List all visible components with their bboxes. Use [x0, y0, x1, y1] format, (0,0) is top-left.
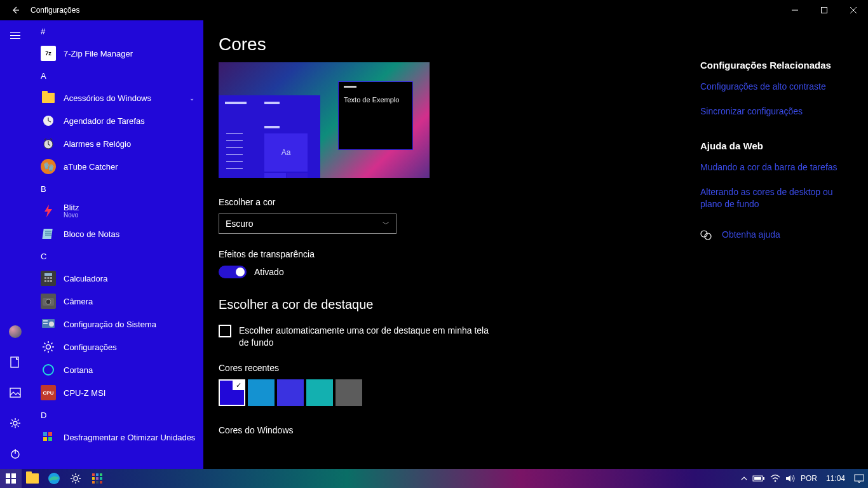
alarm-icon — [41, 136, 56, 151]
window-title: Configurações — [31, 6, 79, 15]
link-high-contrast[interactable]: Configurações de alto contraste — [700, 81, 853, 93]
group-header-d[interactable]: D — [31, 404, 203, 426]
titlebar: Configurações — [0, 0, 868, 20]
hamburger-icon — [10, 32, 20, 39]
color-swatch[interactable]: ✓ — [219, 379, 245, 406]
svg-rect-48 — [855, 475, 864, 481]
auto-accent-label: Escolher automaticamente uma cor de dest… — [239, 325, 493, 349]
rail-documents-button[interactable] — [0, 347, 31, 377]
transparency-toggle[interactable] — [219, 266, 247, 278]
svg-rect-13 — [50, 277, 52, 279]
svg-rect-14 — [44, 280, 46, 282]
color-swatch[interactable] — [248, 379, 275, 406]
svg-point-24 — [43, 365, 53, 375]
battery-icon — [752, 475, 765, 482]
sysconfig-icon — [41, 316, 56, 332]
color-preview: Aa Texto de Exemplo — [219, 62, 430, 178]
chat-help-icon — [700, 229, 712, 241]
app-list[interactable]: # 7z 7-Zip File Manager A Acessórios do … — [31, 20, 203, 469]
app-7zip[interactable]: 7z 7-Zip File Manager — [31, 42, 203, 65]
maximize-button[interactable] — [810, 0, 839, 20]
svg-rect-11 — [44, 277, 46, 279]
rail-pictures-button[interactable] — [0, 377, 31, 408]
tray-notifications[interactable] — [854, 469, 864, 488]
app-calculadora[interactable]: Calculadora — [31, 267, 203, 290]
defrag-icon — [41, 430, 56, 445]
back-button[interactable] — [0, 0, 31, 20]
taskbar-edge[interactable] — [43, 469, 65, 488]
svg-rect-12 — [48, 277, 50, 279]
svg-rect-20 — [43, 320, 48, 322]
svg-point-5 — [13, 421, 17, 425]
minimize-button[interactable] — [780, 0, 810, 20]
get-help-row[interactable]: Obtenha ajuda — [700, 229, 853, 241]
app-atube[interactable]: 🧤 aTube Catcher — [31, 155, 203, 178]
color-swatch[interactable] — [306, 379, 333, 406]
group-header-b[interactable]: B — [31, 178, 203, 200]
group-header-a[interactable]: A — [31, 65, 203, 86]
svg-rect-10 — [44, 273, 52, 276]
tray-overflow[interactable] — [741, 469, 747, 488]
color-swatch[interactable] — [336, 379, 362, 406]
svg-rect-4 — [10, 388, 20, 397]
app-config-sistema[interactable]: Configuração do Sistema — [31, 313, 203, 336]
link-taskbar-color[interactable]: Mudando a cor da barra de tarefas — [700, 161, 853, 173]
tray-volume[interactable] — [785, 469, 796, 488]
svg-rect-45 — [763, 477, 764, 480]
app-acessorios[interactable]: Acessórios do Windows ⌄ — [31, 86, 203, 109]
app-bloco[interactable]: Bloco de Notas — [31, 222, 203, 245]
speaker-icon — [785, 474, 796, 483]
app-agendador[interactable]: Agendador de Tarefas — [31, 109, 203, 132]
tray-language[interactable]: POR — [801, 469, 817, 488]
rail-user-button[interactable] — [0, 316, 31, 347]
gear-icon — [41, 339, 56, 355]
rail-power-button[interactable] — [0, 438, 31, 469]
transparency-label: Efeitos de transparência — [219, 249, 536, 259]
get-help-link[interactable]: Obtenha ajuda — [722, 229, 780, 241]
svg-point-18 — [46, 299, 51, 304]
link-sync-settings[interactable]: Sincronizar configurações — [700, 105, 853, 118]
close-button[interactable] — [839, 0, 868, 20]
power-icon — [10, 448, 21, 459]
svg-rect-42 — [96, 481, 98, 484]
svg-rect-36 — [96, 473, 98, 476]
tray-clock[interactable]: 11:04 — [822, 469, 849, 488]
web-help-heading: Ajuda da Web — [700, 140, 853, 151]
app-camera[interactable]: Câmera — [31, 290, 203, 313]
taskbar-app[interactable] — [86, 469, 108, 488]
app-configuracoes[interactable]: Configurações — [31, 336, 203, 358]
color-mode-dropdown[interactable]: Escuro ﹀ — [219, 214, 397, 234]
windows-logo-icon — [6, 473, 16, 484]
svg-rect-32 — [11, 479, 16, 484]
app-cortana[interactable]: Cortana — [31, 358, 203, 381]
svg-rect-9 — [42, 229, 52, 239]
group-header-hash[interactable]: # — [31, 20, 203, 42]
svg-rect-30 — [11, 473, 16, 478]
tray-wifi[interactable] — [770, 469, 780, 488]
link-desktop-bg[interactable]: Alterando as cores de desktop ou plano d… — [700, 186, 853, 210]
tray-battery[interactable] — [752, 469, 765, 488]
app-desfrag[interactable]: Desfragmentar e Otimizar Unidades — [31, 426, 203, 449]
start-rail — [0, 20, 31, 469]
svg-point-22 — [49, 322, 54, 327]
app-cpuz[interactable]: CPU CPU-Z MSI — [31, 381, 203, 404]
svg-rect-15 — [48, 280, 50, 282]
svg-rect-21 — [43, 323, 48, 324]
app-alarmes[interactable]: Alarmes e Relógio — [31, 132, 203, 155]
taskbar-explorer[interactable] — [22, 469, 43, 488]
auto-accent-checkbox[interactable] — [219, 325, 231, 337]
svg-rect-38 — [92, 477, 95, 480]
toggle-state-label: Ativado — [254, 267, 284, 277]
svg-rect-46 — [754, 477, 761, 480]
svg-rect-43 — [100, 481, 102, 484]
rail-settings-button[interactable] — [0, 408, 31, 438]
settings-aside: Configurações Relacionadas Configurações… — [700, 34, 853, 469]
taskbar-settings[interactable] — [65, 469, 86, 488]
group-header-c[interactable]: C — [31, 245, 203, 267]
start-expand-button[interactable] — [0, 20, 31, 51]
color-swatch[interactable] — [277, 379, 304, 406]
app-blitz[interactable]: Blitz Novo — [31, 200, 203, 222]
gear-icon — [10, 417, 21, 429]
windows-colors-label: Cores do Windows — [219, 425, 536, 435]
start-button[interactable] — [0, 469, 22, 488]
